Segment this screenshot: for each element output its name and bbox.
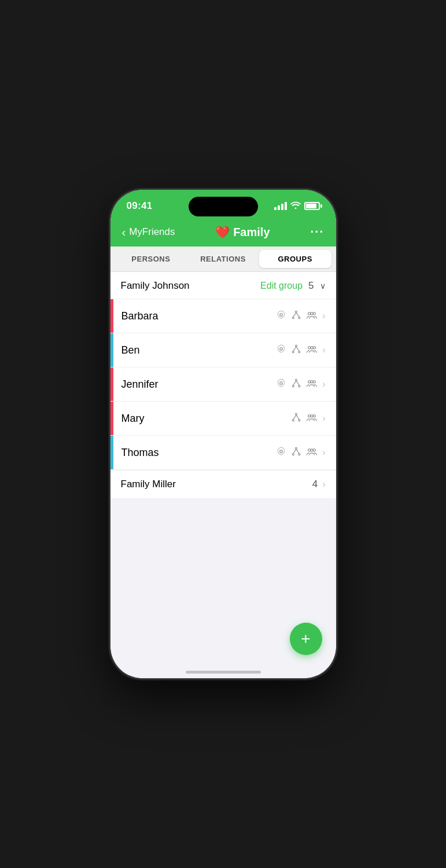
person-icons-ben [276, 344, 318, 356]
wifi-icon [290, 201, 301, 211]
svg-point-25 [313, 381, 315, 383]
person-name-mary: Mary [121, 413, 292, 425]
group-miller-count: 4 [312, 479, 318, 490]
relations-icon [291, 310, 301, 322]
wreath-icon [276, 344, 286, 356]
color-bar-barbara [110, 299, 113, 333]
group-johnson-actions: Edit group 5 ∨ [260, 280, 325, 292]
svg-line-4 [293, 312, 296, 317]
svg-point-26 [311, 381, 313, 383]
edit-group-button[interactable]: Edit group [260, 281, 303, 291]
group-johnson-count: 5 [308, 280, 314, 292]
svg-point-34 [311, 415, 313, 417]
status-time: 09:41 [127, 200, 153, 212]
group-johnson-name: Family Johnson [121, 280, 190, 292]
person-row-barbara[interactable]: Barbara [110, 299, 336, 333]
svg-point-16 [313, 347, 315, 349]
svg-point-18 [280, 382, 283, 385]
wreath-icon [276, 378, 286, 391]
chevron-right-icon: › [322, 311, 325, 321]
svg-point-11 [292, 351, 294, 353]
back-chevron-icon: ‹ [122, 226, 126, 239]
person-row-mary[interactable]: Mary [110, 402, 336, 436]
tab-groups[interactable]: GROUPS [259, 250, 331, 268]
svg-point-15 [308, 347, 311, 349]
relations-icon [291, 344, 301, 356]
group-johnson-header: Family Johnson Edit group 5 ∨ [110, 272, 336, 299]
page-title: Family [233, 226, 270, 239]
group-miller-name: Family Miller [121, 479, 176, 490]
svg-line-30 [293, 415, 296, 420]
tab-bar: PERSONS RELATIONS GROUPS [110, 247, 336, 272]
groups-icon [306, 412, 318, 425]
battery-icon [304, 202, 320, 210]
svg-line-40 [296, 449, 299, 454]
wreath-icon [276, 446, 286, 459]
chevron-right-icon: › [322, 413, 325, 424]
back-button[interactable]: ‹ MyFriends [122, 226, 175, 239]
more-button[interactable]: ··· [310, 225, 324, 240]
svg-point-24 [308, 381, 311, 383]
more-icon: ··· [310, 225, 324, 239]
person-name-barbara: Barbara [121, 310, 277, 322]
tab-persons[interactable]: PERSONS [115, 250, 187, 268]
groups-icon [306, 344, 318, 356]
svg-point-6 [308, 312, 311, 315]
svg-point-20 [292, 385, 294, 387]
svg-point-36 [296, 447, 297, 449]
status-icons [274, 201, 320, 211]
svg-point-12 [298, 351, 300, 353]
content-area: Family Johnson Edit group 5 ∨ Barbara [110, 272, 336, 498]
color-bar-mary [110, 402, 113, 435]
person-name-thomas: Thomas [121, 447, 277, 459]
svg-point-1 [296, 311, 297, 312]
svg-point-3 [298, 317, 300, 319]
groups-icon [306, 378, 318, 391]
group-miller-chevron: › [322, 479, 325, 490]
group-miller-header[interactable]: Family Miller 4 › [110, 470, 336, 498]
svg-point-33 [313, 415, 315, 417]
svg-line-39 [293, 449, 296, 454]
svg-point-28 [292, 420, 294, 421]
chevron-right-icon: › [322, 379, 325, 389]
nav-bar: ‹ MyFriends ❤️ Family ··· [110, 219, 336, 247]
svg-point-9 [280, 348, 283, 351]
add-icon: + [301, 631, 310, 647]
svg-point-7 [313, 312, 315, 315]
color-bar-ben [110, 333, 113, 367]
wreath-icon [276, 310, 286, 322]
svg-point-2 [292, 317, 294, 319]
signal-icon [274, 202, 287, 210]
color-bar-thomas [110, 436, 113, 469]
home-indicator [186, 671, 261, 674]
phone-frame: 09:41 ‹ My [110, 190, 336, 678]
phone-screen: 09:41 ‹ My [110, 190, 336, 678]
svg-line-13 [293, 347, 296, 351]
person-name-ben: Ben [121, 344, 277, 356]
person-row-thomas[interactable]: Thomas [110, 436, 336, 470]
person-icons-barbara [276, 310, 318, 322]
svg-point-17 [311, 347, 313, 349]
title-emoji: ❤️ [215, 225, 230, 239]
svg-point-29 [298, 420, 300, 421]
groups-icon [306, 446, 318, 459]
tab-relations[interactable]: RELATIONS [187, 250, 259, 268]
person-icons-thomas [276, 446, 318, 459]
person-row-jennifer[interactable]: Jennifer [110, 367, 336, 402]
svg-line-31 [296, 415, 299, 420]
back-label: MyFriends [129, 226, 175, 238]
svg-point-37 [292, 454, 294, 455]
svg-point-10 [296, 345, 297, 347]
relations-icon [291, 412, 301, 425]
svg-point-19 [296, 379, 297, 381]
person-name-jennifer: Jennifer [121, 378, 277, 391]
person-row-ben[interactable]: Ben [110, 333, 336, 367]
expand-icon[interactable]: ∨ [320, 281, 326, 290]
chevron-right-icon: › [322, 447, 325, 458]
chevron-right-icon: › [322, 345, 325, 355]
svg-line-22 [293, 381, 296, 385]
svg-point-43 [311, 449, 313, 451]
add-fab-button[interactable]: + [290, 623, 322, 655]
nav-title: ❤️ Family [215, 225, 270, 239]
svg-line-14 [296, 347, 299, 351]
